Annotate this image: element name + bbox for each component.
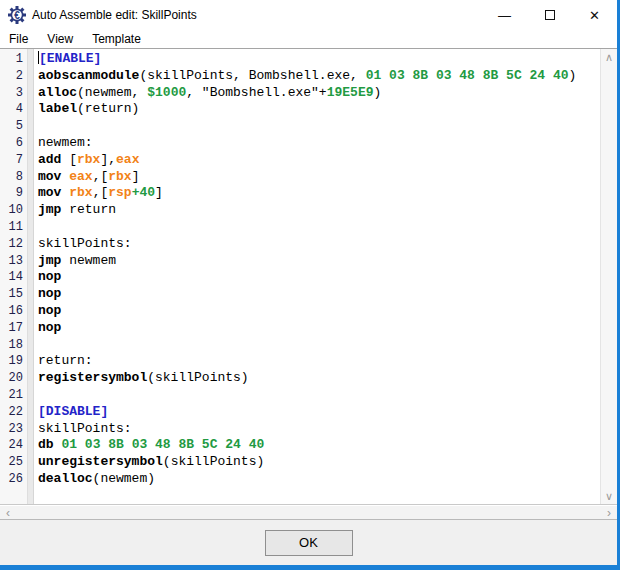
line-number: 20 (0, 370, 23, 387)
line-number: 1 (0, 51, 23, 68)
line-number: 11 (0, 219, 23, 236)
line-number: 10 (0, 202, 23, 219)
code-line: jmp return (38, 202, 600, 219)
maximize-icon (545, 10, 555, 20)
line-number: 25 (0, 454, 23, 471)
menubar: File View Template (0, 30, 617, 48)
code-line (38, 337, 600, 354)
line-number: 13 (0, 253, 23, 270)
gutter-separator (27, 49, 34, 504)
auto-assemble-window: € Auto Assemble edit: SkillPoints — ✕ Fi… (0, 0, 620, 570)
menu-template[interactable]: Template (92, 32, 141, 46)
maximize-button[interactable] (527, 0, 572, 30)
horizontal-scrollbar[interactable]: ‹ › (0, 506, 617, 519)
code-line (38, 118, 600, 135)
code-line: registersymbol(skillPoints) (38, 370, 600, 387)
line-number: 15 (0, 286, 23, 303)
code-line: mov eax,[rbx] (38, 169, 600, 186)
code-line: nop (38, 303, 600, 320)
button-panel: OK (0, 519, 617, 565)
minimize-button[interactable]: — (482, 0, 527, 30)
line-number: 3 (0, 85, 23, 102)
code-line: alloc(newmem, $1000, "Bombshell.exe"+19E… (38, 85, 600, 102)
line-number: 18 (0, 337, 23, 354)
scroll-up-icon[interactable]: ∧ (601, 49, 617, 65)
menu-view[interactable]: View (47, 32, 73, 46)
line-number: 4 (0, 101, 23, 118)
titlebar[interactable]: € Auto Assemble edit: SkillPoints — ✕ (0, 0, 617, 30)
menu-file[interactable]: File (9, 32, 28, 46)
code-line: label(return) (38, 101, 600, 118)
window-title: Auto Assemble edit: SkillPoints (32, 8, 197, 22)
code-line: skillPoints: (38, 236, 600, 253)
code-line: return: (38, 353, 600, 370)
code-line: aobscanmodule(skillPoints, Bombshell.exe… (38, 68, 600, 85)
line-number: 22 (0, 404, 23, 421)
code-line: nop (38, 320, 600, 337)
scroll-right-icon[interactable]: › (601, 506, 617, 519)
code-line: add [rbx],eax (38, 152, 600, 169)
line-number: 14 (0, 269, 23, 286)
line-number: 12 (0, 236, 23, 253)
line-number: 6 (0, 135, 23, 152)
code-line: [ENABLE] (38, 51, 600, 68)
code-line: skillPoints: (38, 421, 600, 438)
line-number: 23 (0, 421, 23, 438)
line-number: 2 (0, 68, 23, 85)
scroll-left-icon[interactable]: ‹ (0, 506, 16, 519)
code-line: unregistersymbol(skillPoints) (38, 454, 600, 471)
line-number: 8 (0, 169, 23, 186)
close-button[interactable]: ✕ (572, 0, 617, 30)
code-line: mov rbx,[rsp+40] (38, 185, 600, 202)
code-line: jmp newmem (38, 253, 600, 270)
code-line (38, 387, 600, 404)
editor-lines[interactable]: [ENABLE]aobscanmodule(skillPoints, Bombs… (34, 49, 600, 504)
svg-text:€: € (14, 10, 20, 21)
code-line (38, 219, 600, 236)
editor-gutter: 1234567891011121314151617181920212223242… (0, 49, 27, 504)
line-number: 16 (0, 303, 23, 320)
line-number: 9 (0, 185, 23, 202)
scroll-down-icon[interactable]: ∨ (601, 488, 617, 504)
vertical-scrollbar[interactable]: ∧ ∨ (600, 49, 617, 504)
ok-button[interactable]: OK (265, 530, 353, 556)
line-number: 7 (0, 152, 23, 169)
line-number: 5 (0, 118, 23, 135)
code-line: nop (38, 286, 600, 303)
line-number: 19 (0, 353, 23, 370)
cheat-engine-icon: € (8, 6, 26, 24)
code-line: nop (38, 269, 600, 286)
code-line: dealloc(newmem) (38, 471, 600, 488)
script-editor[interactable]: 1234567891011121314151617181920212223242… (0, 48, 617, 505)
code-line: newmem: (38, 135, 600, 152)
line-number: 24 (0, 437, 23, 454)
line-number: 17 (0, 320, 23, 337)
code-line: db 01 03 8B 03 48 8B 5C 24 40 (38, 437, 600, 454)
line-number: 21 (0, 387, 23, 404)
code-line: [DISABLE] (38, 404, 600, 421)
line-number: 26 (0, 471, 23, 488)
